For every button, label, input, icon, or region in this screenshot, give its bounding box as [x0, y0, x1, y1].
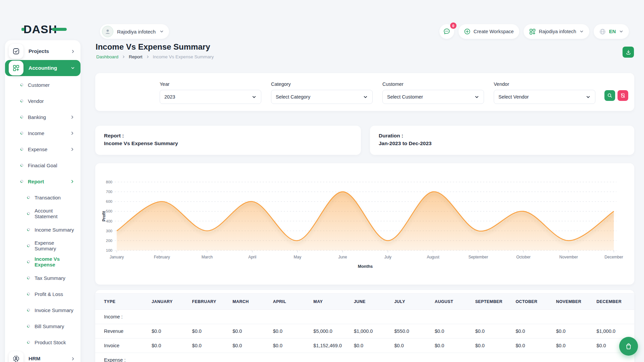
dot-circle-icon	[20, 131, 23, 135]
svg-text:December: December	[604, 255, 623, 259]
vendor-select[interactable]: Select Vendor	[494, 90, 595, 104]
brand-logo[interactable]: DASH	[21, 23, 67, 36]
grid-plus-icon	[12, 64, 20, 72]
chevron-down-icon	[586, 95, 591, 100]
sidebar-item-tax-summary[interactable]: Tax Summary	[5, 270, 80, 286]
column-header-march: MARCH	[230, 294, 270, 310]
eraser-icon	[620, 93, 626, 98]
breadcrumb-dashboard[interactable]: Dashboard	[96, 54, 118, 59]
shopping-bag-icon	[625, 342, 633, 350]
sidebar-item-hrm[interactable]: HRM	[5, 351, 80, 362]
svg-text:November: November	[559, 255, 578, 259]
sidebar-item-projects[interactable]: Projects	[5, 43, 80, 59]
cell: $1,000.0	[351, 324, 392, 339]
sidebar-item-banking[interactable]: Banking	[5, 109, 80, 125]
sidebar-item-expense-summary[interactable]: Expense Summary	[5, 238, 80, 254]
sidebar-item-invoice-summary[interactable]: Invoice Summary	[5, 302, 80, 318]
sidebar-item-vendor[interactable]: Vendor	[5, 93, 80, 109]
sidebar-item-accounting[interactable]: Accounting	[5, 60, 80, 76]
dot-circle-icon	[27, 196, 30, 199]
report-card-value: Income Vs Expense Summary	[104, 139, 352, 147]
breadcrumb-report[interactable]: Report	[129, 54, 143, 59]
dot-circle-icon	[20, 180, 23, 183]
cell: $0.0	[230, 339, 270, 353]
svg-text:500: 500	[106, 209, 112, 213]
download-button[interactable]	[623, 47, 634, 58]
sidebar-item-income[interactable]: Income	[5, 125, 80, 141]
svg-text:600: 600	[106, 199, 112, 203]
chevron-right-icon	[70, 115, 74, 119]
sidebar-item-income-vs-expense[interactable]: Income Vs Expense	[5, 254, 80, 270]
checkbox-icon	[12, 48, 20, 55]
row-label: Invoice	[95, 339, 149, 353]
workspace-switcher[interactable]: Rajodiya infotech	[100, 24, 169, 39]
messages-button[interactable]: 0	[439, 24, 454, 39]
sidebar-item-account-statement[interactable]: Account Statement	[5, 205, 80, 222]
chevron-right-icon	[70, 179, 74, 184]
filter-label: Customer	[382, 81, 484, 87]
filter-field-vendor: VendorSelect Vendor	[494, 81, 595, 104]
cell: $0.0	[513, 339, 553, 353]
sidebar-item-bill-summary[interactable]: Bill Summary	[5, 318, 80, 334]
logo-dash-icon	[52, 28, 67, 31]
svg-text:September: September	[468, 255, 488, 259]
apply-filter-button[interactable]	[604, 90, 615, 101]
dot-circle-icon	[20, 83, 23, 86]
report-card: Report : Income Vs Expense Summary	[95, 126, 361, 155]
chevron-down-icon	[252, 95, 257, 100]
filter-card: Year2023CategorySelect CategoryCustomerS…	[95, 73, 634, 111]
chevron-right-icon	[70, 131, 74, 135]
column-header-june: JUNE	[351, 294, 392, 310]
svg-text:700: 700	[106, 190, 112, 194]
svg-text:February: February	[154, 255, 170, 259]
header-actions: 0 Create Workspace Rajodiya infotech EN	[439, 24, 629, 39]
reset-filter-button[interactable]	[618, 90, 628, 101]
cell: $0.0	[391, 339, 432, 353]
column-header-november: NOVEMBER	[553, 294, 594, 310]
filter-label: Vendor	[494, 81, 595, 87]
sidebar-item-transaction[interactable]: Transaction	[5, 189, 80, 205]
sidebar-item-customer[interactable]: Customer	[5, 77, 80, 93]
dot-circle-icon	[27, 212, 30, 215]
cell: $1,000.0	[594, 324, 634, 339]
checkbox-icon	[9, 44, 23, 59]
dot-circle-icon	[20, 99, 23, 103]
sidebar-item-product-stock[interactable]: Product Stock	[5, 334, 80, 350]
cell: $0.0	[432, 339, 473, 353]
logo-dot-icon	[21, 28, 24, 31]
cart-fab-button[interactable]	[619, 337, 638, 356]
chevron-down-icon	[579, 29, 584, 34]
customer-select[interactable]: Select Customer	[382, 90, 484, 104]
dot-circle-icon	[27, 308, 30, 312]
sidebar-item-profit-loss[interactable]: Profit & Loss	[5, 286, 80, 302]
year-select[interactable]: 2023	[160, 90, 261, 104]
sidebar-item-finacial-goal[interactable]: Finacial Goal	[5, 157, 80, 173]
dot-circle-icon	[27, 324, 30, 328]
sidebar-item-expense[interactable]: Expense	[5, 141, 80, 157]
create-workspace-button[interactable]: Create Workspace	[459, 24, 519, 39]
dot-circle-icon	[20, 83, 23, 86]
breadcrumb-current: Income Vs Expense Summary	[153, 54, 214, 59]
summary-table: TYPEJANUARYFEBRUARYMARCHAPRILMAYJUNEJULY…	[95, 293, 634, 362]
table-row-revenue: Revenue$0.0$0.0$0.0$0.0$5,000.0$1,000.0$…	[95, 324, 634, 339]
avatar	[102, 26, 113, 37]
cell: $1,152,469.0	[311, 339, 351, 353]
dot-circle-icon	[27, 196, 30, 199]
dot-circle-icon	[20, 164, 23, 167]
dot-circle-icon	[27, 228, 30, 231]
user-scan-icon	[12, 355, 20, 362]
language-button[interactable]: EN	[594, 24, 629, 39]
person-icon	[104, 28, 111, 35]
duration-card-title: Duration :	[379, 132, 626, 139]
sidebar-item-income-summary[interactable]: Income Summary	[5, 222, 80, 238]
svg-text:Profit: Profit	[102, 211, 106, 221]
column-header-december: DECEMBER	[594, 294, 634, 310]
column-header-february: FEBRUARY	[190, 294, 230, 310]
sidebar-item-report[interactable]: Report	[5, 173, 80, 189]
workspace-menu-button[interactable]: Rajodiya infotech	[524, 24, 589, 39]
category-select[interactable]: Select Category	[271, 90, 373, 104]
page-title: Income Vs Expense Summary	[96, 42, 210, 52]
table-section-row-expense: Expense :	[95, 353, 634, 362]
filter-field-year: Year2023	[160, 81, 261, 104]
dot-circle-icon	[27, 228, 30, 231]
